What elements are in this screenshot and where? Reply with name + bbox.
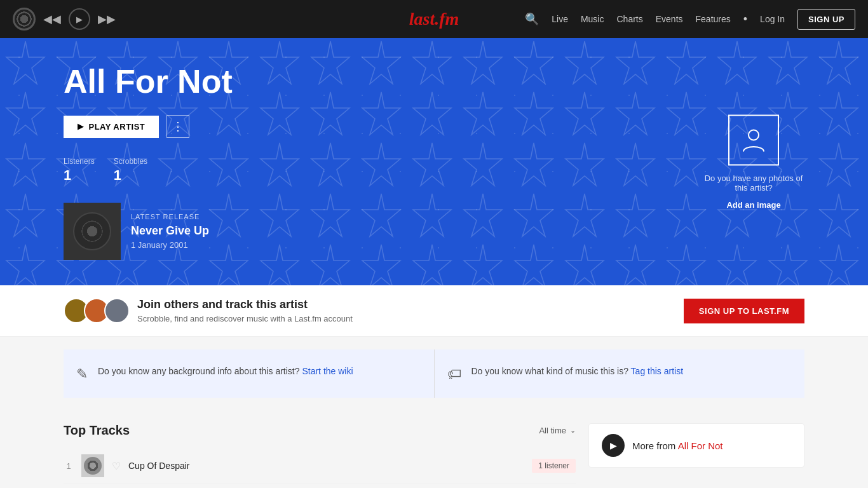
filter-label: All time xyxy=(539,426,566,435)
album-vinyl-icon xyxy=(73,212,111,250)
nav-links: 🔍 Live Music Charts Events Features • Lo… xyxy=(525,9,855,30)
scrobbles-count: 1 xyxy=(114,167,147,184)
wiki-card-text: Do you know any background info about th… xyxy=(98,365,353,378)
more-artist-link[interactable]: All For Not xyxy=(678,440,723,451)
nav-link-features[interactable]: Features xyxy=(696,14,731,24)
release-info: LATEST RELEASE Never Give Up 1 January 2… xyxy=(131,213,209,250)
more-from-section: ▶ More from All For Not xyxy=(588,423,804,468)
svg-point-0 xyxy=(749,130,759,140)
image-prompt: Do you have any photos of this artist? xyxy=(703,173,804,192)
bottom-section: Top Tracks All time ⌄ 1 ♡ Cup Of Despair… xyxy=(0,410,868,488)
person-icon xyxy=(738,125,769,155)
play-artist-button[interactable]: ▶ PLAY ARTIST xyxy=(64,116,159,138)
track-vinyl-icon xyxy=(84,457,102,475)
artist-image-frame xyxy=(728,114,779,165)
nav-link-charts[interactable]: Charts xyxy=(616,14,642,24)
tag-icon: 🏷 xyxy=(447,366,461,383)
time-filter-dropdown[interactable]: All time ⌄ xyxy=(539,426,576,435)
top-navigation: ◀◀ ▶ ▶▶ last.fm 🔍 Live Music Charts Even… xyxy=(0,0,868,38)
join-text: Join others and track this artist Scrobb… xyxy=(137,298,671,323)
listener-count-bar: 1 listener xyxy=(532,459,576,473)
rewind-button[interactable]: ◀◀ xyxy=(43,12,61,26)
listeners-stat: Listeners 1 xyxy=(64,157,95,184)
artist-name: All For Not xyxy=(64,64,804,100)
nav-link-events[interactable]: Events xyxy=(656,14,683,24)
nav-link-live[interactable]: Live xyxy=(552,14,568,24)
fast-forward-button[interactable]: ▶▶ xyxy=(98,12,116,26)
play-artist-label: PLAY ARTIST xyxy=(89,122,146,132)
hero-content: All For Not ▶ PLAY ARTIST ⋮ Listeners 1 … xyxy=(64,64,804,260)
album-art xyxy=(64,203,121,260)
join-title: Join others and track this artist xyxy=(137,298,671,311)
join-section: Join others and track this artist Scrobb… xyxy=(0,285,868,337)
latest-release-label: LATEST RELEASE xyxy=(131,213,209,220)
site-logo[interactable]: last.fm xyxy=(409,9,459,29)
latest-release: LATEST RELEASE Never Give Up 1 January 2… xyxy=(64,203,804,260)
avatar xyxy=(104,298,130,323)
more-prefix: More from xyxy=(632,440,675,451)
listeners-count: 1 xyxy=(64,167,95,184)
track-artwork xyxy=(81,454,104,477)
hero-actions: ▶ PLAY ARTIST ⋮ xyxy=(64,115,804,138)
signup-lastfm-button[interactable]: SIGN UP TO LAST.FM xyxy=(684,299,804,323)
listener-count: 1 listener xyxy=(532,459,576,473)
top-tracks-section: Top Tracks All time ⌄ 1 ♡ Cup Of Despair… xyxy=(64,423,576,484)
artist-hero: All For Not ▶ PLAY ARTIST ⋮ Listeners 1 … xyxy=(0,38,868,285)
scrobbles-stat: Scrobbles 1 xyxy=(114,157,147,184)
release-date: 1 January 2001 xyxy=(131,240,209,250)
favorite-icon[interactable]: ♡ xyxy=(112,460,121,472)
tag-card-text: Do you know what kind of music this is? … xyxy=(471,365,684,378)
info-cards: ✎ Do you know any background info about … xyxy=(64,349,804,398)
search-icon[interactable]: 🔍 xyxy=(525,12,539,26)
wiki-card: ✎ Do you know any background info about … xyxy=(64,349,434,398)
nav-link-music[interactable]: Music xyxy=(581,14,604,24)
more-title: More from All For Not xyxy=(632,440,723,451)
vinyl-icon xyxy=(13,8,36,30)
wiki-text-before: Do you know any background info about th… xyxy=(98,366,300,376)
chevron-down-icon: ⌄ xyxy=(570,426,576,435)
add-image-link[interactable]: Add an image xyxy=(726,200,780,209)
artist-stats: Listeners 1 Scrobbles 1 xyxy=(64,157,804,184)
top-tracks-header: Top Tracks All time ⌄ xyxy=(64,423,576,438)
listeners-label: Listeners xyxy=(64,157,95,166)
pencil-icon: ✎ xyxy=(76,366,88,383)
tag-link[interactable]: Tag this artist xyxy=(631,366,683,376)
top-tracks-title: Top Tracks xyxy=(64,423,130,438)
play-pause-button[interactable]: ▶ xyxy=(69,8,90,30)
play-arrow-icon: ▶ xyxy=(78,122,84,131)
more-options-button[interactable]: ⋮ xyxy=(166,115,189,138)
user-avatars xyxy=(64,298,125,323)
playback-controls: ◀◀ ▶ ▶▶ xyxy=(13,8,116,30)
scrobbles-label: Scrobbles xyxy=(114,157,147,166)
tag-card: 🏷 Do you know what kind of music this is… xyxy=(435,349,805,398)
track-number: 1 xyxy=(64,461,74,471)
artist-image-placeholder: Do you have any photos of this artist? A… xyxy=(703,114,804,209)
release-title[interactable]: Never Give Up xyxy=(131,224,209,238)
table-row: 1 ♡ Cup Of Despair 1 listener xyxy=(64,448,576,484)
signup-button[interactable]: SIGN UP xyxy=(797,9,855,30)
more-play-button[interactable]: ▶ xyxy=(602,434,625,457)
nav-more-icon[interactable]: • xyxy=(743,13,747,26)
login-button[interactable]: Log In xyxy=(760,14,785,24)
join-subtitle: Scrobble, find and rediscover music with… xyxy=(137,314,671,323)
wiki-link[interactable]: Start the wiki xyxy=(302,366,353,376)
tag-text-before: Do you know what kind of music this is? xyxy=(471,366,628,376)
track-name[interactable]: Cup Of Despair xyxy=(128,461,524,471)
